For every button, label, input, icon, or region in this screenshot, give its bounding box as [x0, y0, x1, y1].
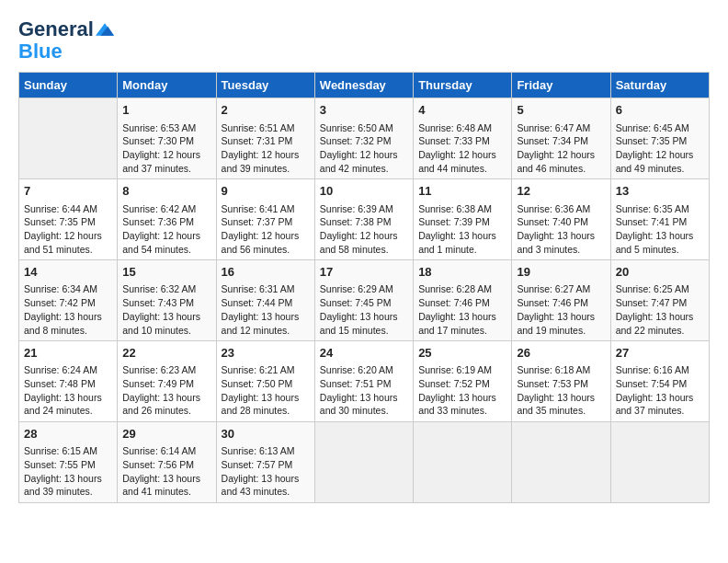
day-info: Sunrise: 6:45 AM Sunset: 7:35 PM Dayligh…	[616, 121, 704, 176]
calendar-cell: 19Sunrise: 6:27 AM Sunset: 7:46 PM Dayli…	[512, 260, 610, 341]
day-info: Sunrise: 6:21 AM Sunset: 7:50 PM Dayligh…	[222, 363, 310, 418]
calendar-cell	[610, 422, 709, 503]
page-header: General Blue	[18, 18, 710, 63]
logo: General Blue	[18, 18, 114, 63]
calendar-cell: 30Sunrise: 6:13 AM Sunset: 7:57 PM Dayli…	[216, 422, 314, 503]
col-header-friday: Friday	[512, 73, 610, 98]
col-header-monday: Monday	[118, 73, 216, 98]
calendar-cell: 16Sunrise: 6:31 AM Sunset: 7:44 PM Dayli…	[216, 260, 314, 341]
calendar-cell: 14Sunrise: 6:34 AM Sunset: 7:42 PM Dayli…	[19, 260, 118, 341]
day-number: 6	[616, 102, 704, 119]
day-number: 30	[222, 426, 310, 442]
day-number: 14	[24, 264, 112, 281]
col-header-thursday: Thursday	[414, 73, 512, 98]
day-number: 8	[122, 183, 210, 200]
day-number: 20	[616, 264, 704, 281]
calendar-cell	[19, 98, 118, 179]
day-info: Sunrise: 6:13 AM Sunset: 7:57 PM Dayligh…	[222, 444, 310, 499]
col-header-wednesday: Wednesday	[314, 73, 413, 98]
calendar-cell: 18Sunrise: 6:28 AM Sunset: 7:46 PM Dayli…	[414, 260, 512, 341]
calendar-header-row: SundayMondayTuesdayWednesdayThursdayFrid…	[19, 73, 710, 98]
day-number: 22	[122, 345, 210, 362]
calendar-cell: 23Sunrise: 6:21 AM Sunset: 7:50 PM Dayli…	[216, 341, 314, 422]
day-info: Sunrise: 6:34 AM Sunset: 7:42 PM Dayligh…	[24, 282, 112, 337]
day-number: 27	[616, 345, 704, 362]
day-number: 16	[222, 264, 310, 281]
calendar-cell	[314, 422, 413, 503]
day-number: 13	[616, 183, 704, 200]
logo-text: General	[18, 18, 94, 40]
day-number: 4	[418, 102, 506, 119]
calendar-cell: 24Sunrise: 6:20 AM Sunset: 7:51 PM Dayli…	[314, 341, 413, 422]
logo-icon	[96, 20, 114, 39]
day-number: 3	[320, 102, 408, 119]
calendar-cell: 21Sunrise: 6:24 AM Sunset: 7:48 PM Dayli…	[19, 341, 118, 422]
calendar-body: 1Sunrise: 6:53 AM Sunset: 7:30 PM Daylig…	[19, 98, 710, 503]
day-number: 21	[24, 345, 112, 362]
calendar-cell: 6Sunrise: 6:45 AM Sunset: 7:35 PM Daylig…	[610, 98, 709, 179]
calendar-cell: 4Sunrise: 6:48 AM Sunset: 7:33 PM Daylig…	[414, 98, 512, 179]
day-info: Sunrise: 6:50 AM Sunset: 7:32 PM Dayligh…	[320, 121, 408, 176]
day-number: 11	[418, 183, 506, 200]
calendar-cell: 7Sunrise: 6:44 AM Sunset: 7:35 PM Daylig…	[19, 179, 118, 260]
day-info: Sunrise: 6:36 AM Sunset: 7:40 PM Dayligh…	[517, 202, 605, 257]
day-number: 29	[122, 426, 210, 442]
day-number: 23	[222, 345, 310, 362]
calendar-cell: 12Sunrise: 6:36 AM Sunset: 7:40 PM Dayli…	[512, 179, 610, 260]
calendar-table: SundayMondayTuesdayWednesdayThursdayFrid…	[18, 72, 710, 503]
day-number: 28	[24, 426, 112, 442]
day-info: Sunrise: 6:32 AM Sunset: 7:43 PM Dayligh…	[122, 282, 210, 337]
day-info: Sunrise: 6:48 AM Sunset: 7:33 PM Dayligh…	[418, 121, 506, 176]
calendar-week-1: 1Sunrise: 6:53 AM Sunset: 7:30 PM Daylig…	[19, 98, 710, 179]
day-info: Sunrise: 6:16 AM Sunset: 7:54 PM Dayligh…	[616, 363, 704, 418]
day-info: Sunrise: 6:15 AM Sunset: 7:55 PM Dayligh…	[24, 444, 112, 499]
day-info: Sunrise: 6:20 AM Sunset: 7:51 PM Dayligh…	[320, 363, 408, 418]
day-info: Sunrise: 6:53 AM Sunset: 7:30 PM Dayligh…	[122, 121, 210, 176]
calendar-week-3: 14Sunrise: 6:34 AM Sunset: 7:42 PM Dayli…	[19, 260, 710, 341]
calendar-cell: 25Sunrise: 6:19 AM Sunset: 7:52 PM Dayli…	[414, 341, 512, 422]
calendar-cell: 9Sunrise: 6:41 AM Sunset: 7:37 PM Daylig…	[216, 179, 314, 260]
day-number: 19	[517, 264, 605, 281]
day-info: Sunrise: 6:28 AM Sunset: 7:46 PM Dayligh…	[418, 282, 506, 337]
day-info: Sunrise: 6:18 AM Sunset: 7:53 PM Dayligh…	[517, 363, 605, 418]
day-number: 2	[222, 102, 310, 119]
day-number: 9	[222, 183, 310, 200]
day-info: Sunrise: 6:38 AM Sunset: 7:39 PM Dayligh…	[418, 202, 506, 257]
day-info: Sunrise: 6:42 AM Sunset: 7:36 PM Dayligh…	[122, 202, 210, 257]
calendar-cell	[512, 422, 610, 503]
calendar-cell: 17Sunrise: 6:29 AM Sunset: 7:45 PM Dayli…	[314, 260, 413, 341]
day-info: Sunrise: 6:35 AM Sunset: 7:41 PM Dayligh…	[616, 202, 704, 257]
col-header-saturday: Saturday	[610, 73, 709, 98]
calendar-cell: 2Sunrise: 6:51 AM Sunset: 7:31 PM Daylig…	[216, 98, 314, 179]
day-info: Sunrise: 6:19 AM Sunset: 7:52 PM Dayligh…	[418, 363, 506, 418]
calendar-cell: 15Sunrise: 6:32 AM Sunset: 7:43 PM Dayli…	[118, 260, 216, 341]
calendar-week-4: 21Sunrise: 6:24 AM Sunset: 7:48 PM Dayli…	[19, 341, 710, 422]
calendar-cell: 22Sunrise: 6:23 AM Sunset: 7:49 PM Dayli…	[118, 341, 216, 422]
day-number: 25	[418, 345, 506, 362]
calendar-cell: 26Sunrise: 6:18 AM Sunset: 7:53 PM Dayli…	[512, 341, 610, 422]
day-info: Sunrise: 6:39 AM Sunset: 7:38 PM Dayligh…	[320, 202, 408, 257]
col-header-tuesday: Tuesday	[216, 73, 314, 98]
day-info: Sunrise: 6:27 AM Sunset: 7:46 PM Dayligh…	[517, 282, 605, 337]
day-number: 5	[517, 102, 605, 119]
day-info: Sunrise: 6:41 AM Sunset: 7:37 PM Dayligh…	[222, 202, 310, 257]
day-info: Sunrise: 6:51 AM Sunset: 7:31 PM Dayligh…	[222, 121, 310, 176]
day-info: Sunrise: 6:44 AM Sunset: 7:35 PM Dayligh…	[24, 202, 112, 257]
calendar-cell: 1Sunrise: 6:53 AM Sunset: 7:30 PM Daylig…	[118, 98, 216, 179]
calendar-cell: 3Sunrise: 6:50 AM Sunset: 7:32 PM Daylig…	[314, 98, 413, 179]
day-number: 1	[122, 102, 210, 119]
calendar-cell: 5Sunrise: 6:47 AM Sunset: 7:34 PM Daylig…	[512, 98, 610, 179]
day-number: 26	[517, 345, 605, 362]
day-info: Sunrise: 6:29 AM Sunset: 7:45 PM Dayligh…	[320, 282, 408, 337]
logo-blue-text: Blue	[18, 40, 63, 63]
day-number: 7	[24, 183, 112, 200]
day-number: 12	[517, 183, 605, 200]
col-header-sunday: Sunday	[19, 73, 118, 98]
day-info: Sunrise: 6:31 AM Sunset: 7:44 PM Dayligh…	[222, 282, 310, 337]
day-info: Sunrise: 6:24 AM Sunset: 7:48 PM Dayligh…	[24, 363, 112, 418]
calendar-cell: 29Sunrise: 6:14 AM Sunset: 7:56 PM Dayli…	[118, 422, 216, 503]
day-info: Sunrise: 6:23 AM Sunset: 7:49 PM Dayligh…	[122, 363, 210, 418]
calendar-cell: 11Sunrise: 6:38 AM Sunset: 7:39 PM Dayli…	[414, 179, 512, 260]
calendar-cell: 27Sunrise: 6:16 AM Sunset: 7:54 PM Dayli…	[610, 341, 709, 422]
day-info: Sunrise: 6:14 AM Sunset: 7:56 PM Dayligh…	[122, 444, 210, 499]
